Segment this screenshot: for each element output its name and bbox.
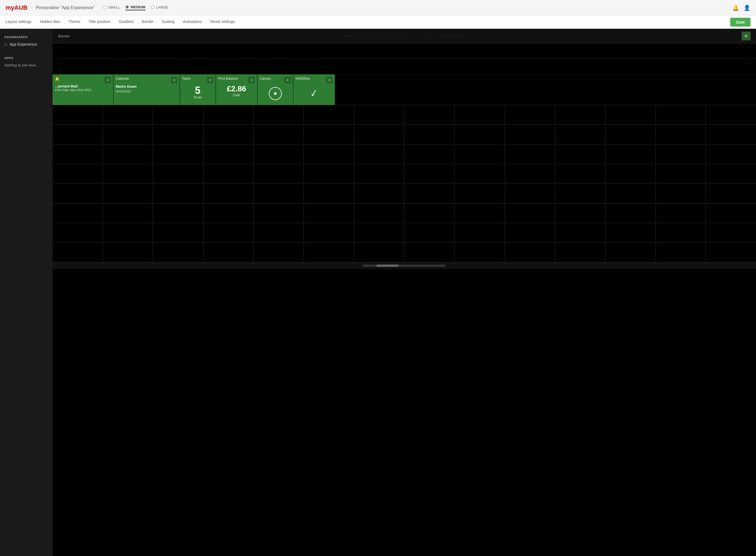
save-button[interactable]: Save xyxy=(730,18,751,27)
nav-layout-settings[interactable]: Layout settings xyxy=(5,15,32,29)
tile-mail-body: …portant Mail! Chris Daly, May 22nd 2015 xyxy=(55,84,111,103)
size-small[interactable]: SMALL xyxy=(103,5,120,10)
scrollbar-track[interactable] xyxy=(363,265,446,267)
grid-cell xyxy=(455,223,505,242)
main-content: Banner · · · · · · · · · · · · · · · · ·… xyxy=(52,29,756,556)
grid-cell xyxy=(606,125,656,144)
grid-cell xyxy=(304,243,354,262)
grid-cell xyxy=(103,223,153,242)
grid-cell xyxy=(656,223,706,242)
nav-hidden-tiles[interactable]: Hidden tiles xyxy=(40,15,60,29)
tile-tasks: Tasks ≡ 5 To-do xyxy=(180,74,216,105)
sidebar-item-app-experience[interactable]: □ App Experience xyxy=(0,40,52,49)
grid-cell xyxy=(656,164,706,183)
logo: myAUB xyxy=(5,4,27,11)
tile-calendar-menu-button[interactable]: ≡ xyxy=(171,77,177,83)
tile-tasks-menu-button[interactable]: ≡ xyxy=(207,77,213,83)
colon-row-2: : : xyxy=(52,59,756,66)
secondary-nav: Layout settings Hidden tiles Theme Title… xyxy=(0,15,756,29)
grid-cell xyxy=(254,144,304,164)
tile-canvas-title: Canvas xyxy=(259,77,271,80)
empty-grid xyxy=(52,105,756,263)
grid-cell xyxy=(455,125,505,144)
grid-row xyxy=(52,164,756,184)
grid-cell xyxy=(706,105,756,125)
grid-cell xyxy=(555,223,606,242)
nav-theme[interactable]: Theme xyxy=(68,15,80,29)
dots-row: · · · · · · · · · · · · · · · · · · · · … xyxy=(52,50,756,59)
size-large-radio[interactable] xyxy=(151,5,154,9)
grid-cell xyxy=(103,203,153,223)
grid-cell xyxy=(706,144,756,164)
size-medium[interactable]: MEDIUM xyxy=(125,5,145,10)
grid-cell xyxy=(304,184,354,203)
size-medium-radio[interactable] xyxy=(125,5,129,9)
grid-cell xyxy=(455,203,505,223)
grid-cell xyxy=(455,144,505,164)
tile-mail-menu-button[interactable]: ≡ xyxy=(104,77,111,83)
grid-row xyxy=(52,144,756,164)
grid-cell xyxy=(505,105,555,125)
nav-title-position[interactable]: Title position xyxy=(89,15,110,29)
tile-canvas-menu-button[interactable]: ≡ xyxy=(284,77,291,83)
grid-cell xyxy=(52,125,103,144)
size-options: SMALL MEDIUM LARGE xyxy=(103,5,168,10)
grid-cell xyxy=(52,243,103,262)
grid-row xyxy=(52,184,756,203)
grid-cell xyxy=(153,105,204,125)
tile-calendar-title: Calendar xyxy=(116,77,129,80)
nav-reset-settings[interactable]: Reset settings xyxy=(210,15,235,29)
grid-cell xyxy=(505,243,555,262)
grid-cell xyxy=(354,125,404,144)
tile-calendar-body: Maths Exam 20/12/2015 xyxy=(116,84,177,103)
grid-cell xyxy=(103,125,153,144)
grid-cell xyxy=(555,243,606,262)
grid-cell xyxy=(505,184,555,203)
scrollbar-thumb[interactable] xyxy=(376,265,399,267)
grid-row xyxy=(52,243,756,263)
grid-cell xyxy=(52,164,103,183)
tile-mail-header: 🔔 ≡ xyxy=(55,77,111,83)
user-icon[interactable]: 👤 xyxy=(744,4,751,11)
grid-cell xyxy=(354,184,404,203)
grid-cell xyxy=(706,125,756,144)
grid-cell xyxy=(52,105,103,125)
banner-label: Banner xyxy=(58,34,70,38)
tile-calendar: Calendar ≡ Maths Exam 20/12/2015 xyxy=(113,74,180,105)
tile-tasks-label: To-do xyxy=(182,96,213,99)
grid-cell xyxy=(606,223,656,242)
grid-cell xyxy=(354,105,404,125)
tile-mail-title: …portant Mail! xyxy=(55,84,111,88)
banner-menu-button[interactable] xyxy=(742,32,751,40)
grid-cell xyxy=(656,144,706,164)
apps-section: APPS Nothing to see here... xyxy=(0,54,52,69)
nav-animations[interactable]: Animations xyxy=(183,15,202,29)
grid-cell xyxy=(52,184,103,203)
tile-wiseflow-title: WISEflow xyxy=(295,77,310,80)
tile-canvas: Canvas ≡ xyxy=(257,74,293,105)
grid-cell xyxy=(52,223,103,242)
tile-print-balance-menu-button[interactable]: ≡ xyxy=(248,77,255,83)
grid-cell xyxy=(404,125,455,144)
tile-tasks-title: Tasks xyxy=(182,77,191,80)
size-small-radio[interactable] xyxy=(103,5,107,9)
tile-wiseflow-menu-button[interactable]: ≡ xyxy=(326,77,333,83)
nav-border[interactable]: Border xyxy=(142,15,153,29)
bell-icon[interactable]: 🔔 xyxy=(732,4,739,11)
grid-cell xyxy=(706,243,756,262)
grid-cell xyxy=(304,144,354,164)
tile-tasks-body: 5 To-do xyxy=(182,84,213,103)
nav-scaling[interactable]: Scaling xyxy=(162,15,175,29)
grid-cell xyxy=(404,203,455,223)
dashboards-section-title: DASHBOARDS xyxy=(0,33,52,40)
grid-cell xyxy=(404,164,455,183)
grid-cell xyxy=(555,184,606,203)
size-large[interactable]: LARGE xyxy=(151,5,168,10)
grid-cell xyxy=(455,184,505,203)
sidebar-dashboard-label: App Experience xyxy=(9,42,37,46)
grid-cell xyxy=(354,223,404,242)
hamburger-icon xyxy=(745,33,748,39)
grid-cell xyxy=(606,164,656,183)
nav-gradient[interactable]: Gradient xyxy=(119,15,134,29)
grid-cell xyxy=(455,164,505,183)
